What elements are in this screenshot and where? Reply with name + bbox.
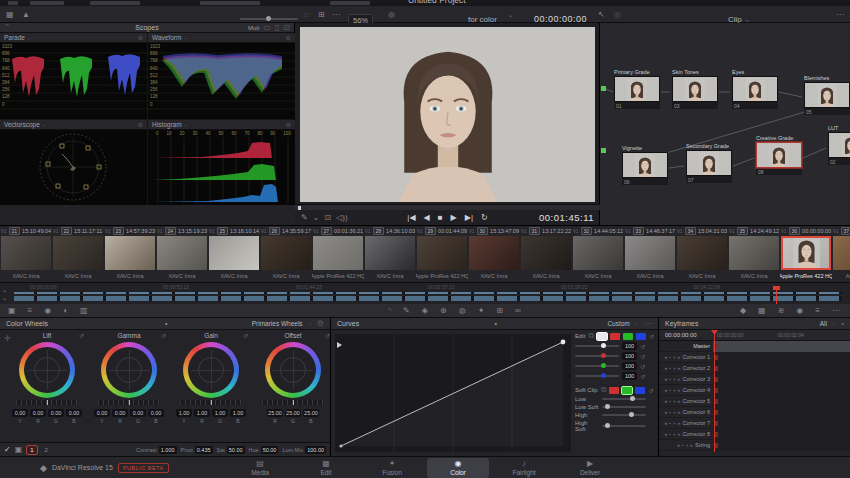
- timeline-clip[interactable]: V1 21 15:10:49:04 XAVC Intra: [0, 226, 52, 283]
- more-options-icon[interactable]: ⋯: [836, 11, 844, 19]
- scope-layout-dropdown[interactable]: Mult: [248, 25, 259, 31]
- clip-thumbnail[interactable]: [781, 236, 831, 270]
- lift-b-value[interactable]: 0.00: [66, 409, 82, 417]
- clip-thumbnail[interactable]: [521, 236, 571, 270]
- enable-dot-icon[interactable]: ●: [664, 409, 667, 415]
- keyframe-track-row[interactable]: ● ▪ + ▸ Corrector 6: [659, 407, 850, 418]
- green-channel-button[interactable]: [623, 333, 633, 340]
- blur-icon[interactable]: ◍: [459, 307, 466, 315]
- offset-r-value[interactable]: 25.00: [267, 409, 283, 417]
- clip-thumbnail[interactable]: [833, 236, 850, 270]
- clip-thumbnail[interactable]: [625, 236, 675, 270]
- expand-chevron-icon[interactable]: ▸: [678, 431, 681, 437]
- expand-chevron-icon[interactable]: ▸: [678, 398, 681, 404]
- timeline-playhead[interactable]: [776, 289, 777, 304]
- softclip-blue-button[interactable]: [635, 387, 645, 394]
- add-keyframe-icon[interactable]: +: [673, 409, 676, 415]
- search-icon[interactable]: ◌: [304, 11, 309, 19]
- gear-icon[interactable]: ⚙: [138, 121, 143, 128]
- color-wheels-icon[interactable]: ◉: [44, 307, 51, 315]
- keyframe-track[interactable]: [713, 440, 850, 451]
- reset-icon[interactable]: ↺: [640, 373, 645, 380]
- page-tab[interactable]: ▦ Edit: [295, 458, 357, 478]
- clip-thumbnail[interactable]: [417, 236, 467, 270]
- keyframes-ruler[interactable]: 00:00:00:00 00:00:00:0000:00:02:04: [659, 330, 850, 341]
- add-keyframe-icon[interactable]: +: [673, 376, 676, 382]
- channel-value[interactable]: 100: [622, 352, 637, 360]
- lock-icon[interactable]: ▪: [669, 431, 671, 437]
- clip-thumbnail[interactable]: [105, 236, 155, 270]
- timeline-clip[interactable]: V1 29 00:01:44:09 Apple ProRes 422 HQ: [416, 226, 468, 283]
- expand-chevron-icon[interactable]: ▸: [678, 354, 681, 360]
- enable-dot-icon[interactable]: ●: [664, 365, 667, 371]
- add-keyframe-icon[interactable]: +: [673, 420, 676, 426]
- annotate-dropdown-icon[interactable]: ⌄: [313, 214, 320, 222]
- expand-chevron-icon[interactable]: ▸: [691, 442, 694, 448]
- lock-icon[interactable]: ▪: [669, 354, 671, 360]
- slider-dot[interactable]: [601, 343, 606, 348]
- keyframe-track[interactable]: [713, 341, 850, 352]
- lock-icon[interactable]: ▪: [669, 376, 671, 382]
- stereo-3d-icon[interactable]: ∞: [515, 307, 521, 315]
- enable-dot-icon[interactable]: ●: [677, 442, 680, 448]
- add-keyframe-icon[interactable]: +: [673, 431, 676, 437]
- red-channel-button[interactable]: [610, 333, 620, 340]
- node-thumbnail[interactable]: [614, 76, 660, 102]
- page-tab[interactable]: ▤ Media: [229, 458, 291, 478]
- expand-chevron-icon[interactable]: ▸: [678, 420, 681, 426]
- keyframe-track-row[interactable]: ● ▪ + ▸ Corrector 5: [659, 396, 850, 407]
- expand-chevron-icon[interactable]: ▸: [678, 376, 681, 382]
- param-value[interactable]: 50.00: [227, 446, 245, 454]
- sizing-icon[interactable]: ⊞: [496, 307, 503, 315]
- node-thumbnail[interactable]: [672, 76, 718, 102]
- channel-slider[interactable]: [575, 345, 619, 347]
- reset-icon[interactable]: ↺: [640, 343, 645, 350]
- onscreen-controls-icon[interactable]: ◎: [614, 11, 621, 19]
- layout-2up-icon[interactable]: ▯: [275, 24, 279, 32]
- blue-channel-button[interactable]: [636, 333, 646, 340]
- keyframe-track-row[interactable]: ● ▪ + ▸ Master: [659, 341, 850, 352]
- timeline-clip[interactable]: V1 37 00:01: Animation: [832, 226, 850, 283]
- expand-icon[interactable]: ⊡: [283, 24, 290, 32]
- histogram-title[interactable]: Histogram: [152, 121, 182, 128]
- clip-thumbnail[interactable]: [313, 236, 363, 270]
- channel-slider[interactable]: [575, 375, 619, 377]
- viewer-image[interactable]: [300, 27, 595, 202]
- lift-master-slider[interactable]: [16, 400, 78, 405]
- slider-dot[interactable]: [605, 404, 610, 409]
- gain-reset-icon[interactable]: ↺: [243, 332, 248, 339]
- gamma-g-value[interactable]: 0.00: [130, 409, 146, 417]
- clip-thumbnail[interactable]: [53, 236, 103, 270]
- gamma-wheel[interactable]: [101, 342, 157, 398]
- lift-reset-icon[interactable]: ↺: [79, 332, 84, 339]
- lock-icon[interactable]: ▪: [669, 365, 671, 371]
- clip-thumbnail[interactable]: [157, 236, 207, 270]
- keyframe-track[interactable]: [713, 429, 850, 440]
- clip-thumbnail[interactable]: [729, 236, 779, 270]
- node-thumbnail[interactable]: [622, 152, 668, 178]
- chevron-down-icon[interactable]: ⌄: [308, 321, 312, 326]
- slider-dot[interactable]: [605, 423, 610, 428]
- timeline-clip[interactable]: V1 22 15:11:17:11 XAVC Intra: [52, 226, 104, 283]
- parade-title[interactable]: Parade: [4, 34, 25, 41]
- luma-channel-button[interactable]: [597, 333, 607, 340]
- page-tab[interactable]: ✶ Fusion: [361, 458, 423, 478]
- keyframe-track-row[interactable]: ● ▪ + ▸ Corrector 7: [659, 418, 850, 429]
- zoom-slider-knob[interactable]: [266, 16, 271, 21]
- reset-icon[interactable]: ↺: [649, 333, 654, 340]
- slider-dot[interactable]: [630, 396, 635, 401]
- enable-dot-icon[interactable]: ●: [664, 376, 667, 382]
- offset-b-value[interactable]: 25.00: [303, 409, 319, 417]
- lock-icon[interactable]: ▪: [669, 420, 671, 426]
- play-icon[interactable]: ▶: [451, 214, 457, 222]
- gear-icon[interactable]: ⚙: [286, 34, 291, 41]
- clip-thumbnail[interactable]: [209, 236, 259, 270]
- gear-icon[interactable]: ⚙: [286, 121, 291, 128]
- softclip-slider[interactable]: [602, 425, 646, 427]
- keyframe-track-row[interactable]: ● ▪ + ▸ Corrector 8: [659, 429, 850, 440]
- expand-chevron-icon[interactable]: ▸: [678, 387, 681, 393]
- gain-wheel[interactable]: [183, 342, 239, 398]
- page-tab[interactable]: ◉ Color: [427, 458, 489, 478]
- channel-value[interactable]: 100: [622, 342, 637, 350]
- curves-mode-dropdown[interactable]: Custom: [607, 320, 629, 327]
